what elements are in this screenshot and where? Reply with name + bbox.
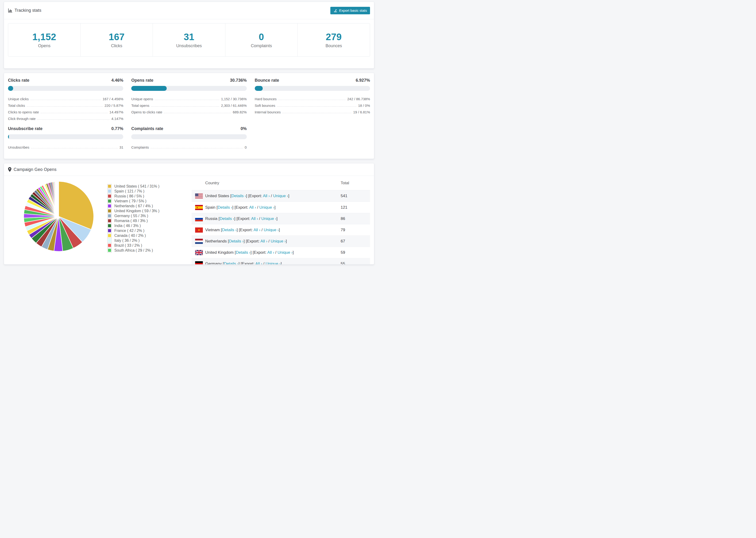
export-all-link[interactable]: All › [253,228,260,232]
export-all-link[interactable]: All › [255,261,262,265]
bracket: ] [250,250,253,255]
country-name: United Kingdom [205,250,235,255]
rate-stat-row: Click through rate4.147% [8,114,123,121]
legend-item-united-states: United States ( 541 / 31% ) [107,184,159,189]
legend-color [108,224,111,227]
legend-label: Brazil ( 33 / 2% ) [114,243,142,248]
rate-stat-value: 167 / 4.456% [103,97,123,101]
rate-section-opens-rate: Opens rate30.736%Unique opens1,152 / 30.… [131,78,246,121]
country-name: Netherlands [205,239,228,243]
separator: / [274,250,278,255]
export-unique-link[interactable]: Unique › [266,261,281,265]
flag-icon-ru [195,216,203,221]
legend-label: South Africa ( 29 / 2% ) [114,248,153,252]
legend-item-india: India ( 46 / 3% ) [107,223,159,228]
rate-stat-value: 689.82% [233,110,246,114]
legend-swatch [107,224,112,228]
export-unique-link[interactable]: Unique › [273,194,288,198]
rate-stat-row: Unsubscribes31 [8,143,123,149]
dotted-leader [155,100,219,100]
details-link[interactable]: Details › [232,194,246,198]
export-button-label: Export basic stats [339,9,367,13]
rate-value: 0.77% [111,126,123,131]
bracket: ] [279,228,280,232]
bracket: ] [232,205,234,210]
stat-cell-clicks: 167Clicks [81,24,153,56]
country-name: Russia [205,216,219,221]
rate-stat-value: 31 [120,145,124,149]
stat-label: Bounces [325,43,342,48]
bracket: ] [276,216,278,221]
geo-title: Campaign Geo Opens [14,167,57,172]
rate-stat-label: Opens to clicks rate [131,110,162,114]
details-link[interactable]: Details › [218,205,232,210]
geo-pie-chart[interactable] [23,181,94,265]
progress-bar [255,86,370,91]
rate-stat-rows: Complaints0 [131,143,246,149]
export-unique-link[interactable]: Unique › [271,239,286,243]
export-basic-stats-button[interactable]: Export basic stats [330,7,370,14]
rate-stat-label: Complaints [131,145,149,149]
progress-bar-fill [8,134,9,139]
rate-stat-label: Soft bounces [255,103,275,108]
rate-stat-row: Internal bounces19 / 6.81% [255,108,370,114]
legend-label: Canada ( 40 / 2% ) [114,234,146,238]
rate-stat-value: 19 / 6.81% [353,110,370,114]
export-label: [Export: [253,250,267,255]
dotted-leader [278,100,346,100]
progress-bar [131,86,246,91]
rate-stat-row: Complaints0 [131,143,246,149]
rate-header: Unsubscribe rate0.77% [8,126,123,131]
rate-value: 6.927% [356,78,370,83]
export-all-link[interactable]: All › [263,194,270,198]
rate-stat-rows: Unsubscribes31 [8,143,123,149]
legend-color [108,219,111,222]
rate-stat-value: 14.497% [109,110,123,114]
details-link[interactable]: Details › [229,239,243,243]
rate-stat-value: 2,303 / 61.446% [221,103,246,108]
details-link[interactable]: Details › [220,216,234,221]
rate-title: Clicks rate [8,78,29,83]
stat-label: Complaints [251,43,272,48]
export-unique-link[interactable]: Unique › [278,250,293,255]
rate-stat-row: Total clicks220 / 5.87% [8,101,123,108]
legend-color [108,234,111,237]
export-unique-link[interactable]: Unique › [259,205,274,210]
flag-icon-nl [195,239,203,244]
dotted-leader [283,113,352,113]
country-links: Netherlands [Details ›] [Export: All › /… [205,239,287,243]
country-cell: Vietnam [Details ›] [Export: All › / Uni… [191,228,341,233]
country-name: United States [205,194,230,198]
geo-header: Campaign Geo Opens [4,163,374,176]
rate-stat-rows: Hard bounces242 / 86.738%Soft bounces18 … [255,94,370,114]
stat-value: 167 [109,32,125,42]
rate-title: Complaints rate [131,126,163,131]
rate-stat-value: 0 [244,145,246,149]
export-unique-link[interactable]: Unique › [261,216,276,221]
export-all-link[interactable]: All › [251,216,258,221]
rate-stat-row: Soft bounces18 / 0% [255,101,370,108]
export-all-link[interactable]: All › [249,205,256,210]
table-row-es: Spain [Details ›] [Export: All › / Uniqu… [191,202,370,213]
stat-label: Clicks [111,43,122,48]
legend-label: United Kingdom ( 59 / 3% ) [114,209,159,213]
legend-label: Russia ( 86 / 5% ) [114,194,144,198]
export-unique-link[interactable]: Unique › [264,228,279,232]
legend-label: Spain ( 121 / 7% ) [114,189,144,193]
details-link[interactable]: Details › [236,250,250,255]
geo-table: Country Total United States [Details ›] … [191,176,370,265]
stat-value: 1,152 [32,32,56,42]
rate-stat-label: Total opens [131,103,149,108]
country-cell: Russia [Details ›] [Export: All › / Uniq… [191,216,341,221]
total-cell: 79 [341,228,370,232]
table-row-de: Germany [Details ›] [Export: All › / Uni… [191,258,370,265]
legend-item-italy: Italy ( 36 / 2% ) [107,238,159,243]
legend-label: India ( 46 / 3% ) [114,224,141,228]
bracket: ] [274,205,276,210]
legend-swatch [107,228,112,233]
export-all-link[interactable]: All › [260,239,267,243]
details-link[interactable]: Details › [222,228,237,232]
export-all-link[interactable]: All › [267,250,274,255]
column-header-country: Country [191,181,341,186]
details-link[interactable]: Details › [224,261,238,265]
